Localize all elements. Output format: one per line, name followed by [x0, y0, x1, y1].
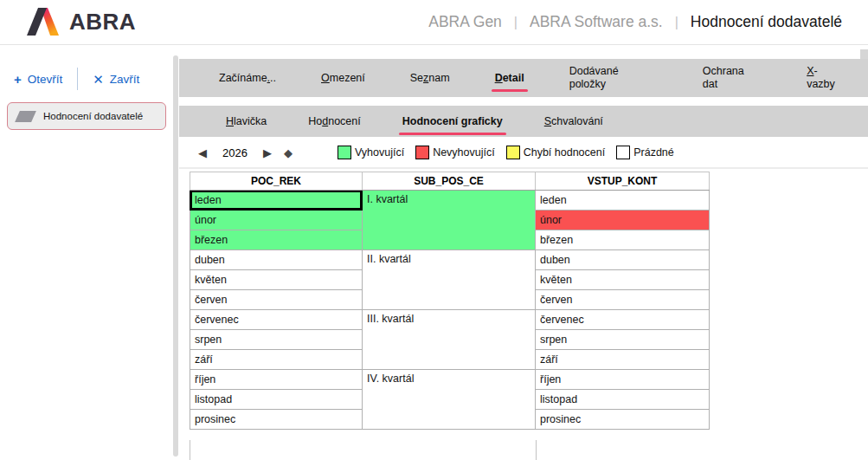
legend-label: Vyhovující [355, 146, 404, 159]
abra-logo-icon [26, 8, 62, 36]
cell-vstup-cerven[interactable]: červen [536, 290, 710, 310]
close-button-label: Zavřít [110, 73, 140, 86]
abra-logo-text: ABRA [69, 9, 136, 36]
cell-quarter-2[interactable]: II. kvartál [363, 250, 536, 310]
cell-vstup-prosinec[interactable]: prosinec [536, 410, 710, 430]
tab-label: Seznam [410, 72, 450, 85]
cell-vstup-leden[interactable]: leden [536, 191, 710, 211]
tab-label: Ochrana dat [703, 65, 762, 91]
cell-vstup-duben[interactable]: duben [536, 250, 710, 270]
title-separator: | [675, 15, 678, 30]
cell-vstup-unor[interactable]: únor [536, 211, 710, 230]
cell-vstup-srpen[interactable]: srpen [536, 330, 710, 350]
tab-ochrana-dat[interactable]: Ochrana dat [680, 65, 784, 91]
grid-left-border-extension [190, 440, 190, 460]
header-title: ABRA Gen | ABRA Software a.s. | Hodnocen… [428, 0, 842, 44]
cell-vstup-rijen[interactable]: říjen [536, 370, 710, 390]
tab-label: Hodnocení graficky [402, 115, 503, 128]
open-button[interactable]: + Otevřít [14, 73, 62, 86]
main-panel: Začínáme... Omezení Seznam Detail Dodáva… [179, 45, 868, 460]
status-legend: Vyhovující Nevyhovující Chybí hodnocení … [338, 146, 685, 159]
legend-item-chybi-hodnoceni: Chybí hodnocení [506, 146, 606, 159]
tab-hodnoceni[interactable]: Hodnocení [287, 115, 381, 128]
tab-label: Dodávané položky [569, 65, 658, 91]
cell-poc-brezen[interactable]: březen [190, 230, 363, 250]
cell-vstup-zari[interactable]: září [536, 350, 710, 370]
toolbar-divider [179, 167, 868, 169]
cell-poc-kveten[interactable]: květen [190, 270, 363, 290]
cell-poc-leden[interactable]: leden [190, 191, 363, 211]
cell-poc-zari[interactable]: září [190, 350, 363, 370]
tab-detail[interactable]: Detail [473, 72, 547, 85]
abra-logo: ABRA [26, 8, 136, 36]
title-separator: | [514, 15, 518, 30]
sidebar-item-hodnoceni-dodavatele[interactable]: Hodnocení dodavatelé [7, 102, 166, 130]
cell-vstup-cervenec[interactable]: červenec [536, 310, 710, 330]
sub-tabbar: Hlavička Hodnocení Hodnocení graficky Sc… [179, 106, 868, 137]
company-name: ABRA Software a.s. [530, 13, 663, 31]
cell-poc-unor[interactable]: únor [190, 211, 363, 230]
cell-poc-cervenec[interactable]: červenec [190, 310, 363, 330]
legend-item-vyhovujici: Vyhovující [338, 146, 404, 159]
tab-label: X-vazby [807, 65, 845, 91]
tab-label: Hlavička [226, 115, 267, 128]
cell-poc-rijen[interactable]: říjen [190, 370, 363, 390]
next-year-button[interactable]: ▶ [263, 147, 272, 159]
sidebar-splitter[interactable] [173, 55, 178, 457]
legend-label: Nevyhovující [433, 146, 495, 159]
main-tabbar: Začínáme... Omezení Seznam Detail Dodáva… [179, 59, 868, 97]
grid-row: duben II. kvartál duben [190, 250, 710, 270]
legend-swatch-missing [506, 146, 520, 159]
cell-poc-cerven[interactable]: červen [190, 290, 363, 310]
cell-quarter-1[interactable]: I. kvartál [363, 191, 536, 250]
close-button[interactable]: ✕ Zavřít [93, 73, 139, 86]
sidebar: + Otevřít ✕ Zavřít Hodnocení dodavatelé [0, 45, 173, 460]
legend-swatch-ok [338, 146, 351, 159]
tab-schvalovani[interactable]: Schvalování [524, 115, 624, 128]
tab-label: Detail [495, 72, 524, 85]
year-toolbar: ◀ 2026 ▶ ◆ Vyhovující Nevyhovující Chybí… [179, 139, 868, 166]
cell-quarter-4[interactable]: IV. kvartál [363, 370, 536, 430]
column-header-sub-pos-ce: SUB_POS_CE [363, 172, 536, 191]
cell-vstup-kveten[interactable]: květen [536, 270, 710, 290]
grid-row: říjen IV. kvartál říjen [190, 370, 710, 390]
plus-icon: + [14, 73, 22, 86]
legend-item-prazdne: Prázdné [616, 146, 674, 159]
sidebar-item-label: Hodnocení dodavatelé [43, 111, 143, 121]
tab-x-vazby[interactable]: X-vazby [784, 65, 868, 91]
cell-poc-listopad[interactable]: listopad [190, 390, 363, 410]
grid-header-row: POC_REK SUB_POS_CE VSTUP_KONT [190, 172, 710, 191]
cell-vstup-brezen[interactable]: březen [536, 230, 710, 250]
evaluation-grid: POC_REK SUB_POS_CE VSTUP_KONT leden I. k… [190, 172, 710, 430]
parallelogram-icon [15, 111, 36, 122]
cell-poc-prosinec[interactable]: prosinec [190, 410, 363, 430]
cell-quarter-3[interactable]: III. kvartál [363, 310, 536, 370]
cell-poc-duben[interactable]: duben [190, 250, 363, 270]
tab-seznam[interactable]: Seznam [388, 72, 473, 85]
grid-row: červenec III. kvartál červenec [190, 310, 710, 330]
prev-year-button[interactable]: ◀ [198, 147, 207, 159]
tab-label: Omezení [321, 72, 365, 85]
tab-zaciname[interactable]: Začínáme... [196, 72, 299, 85]
tab-hodnoceni-graficky[interactable]: Hodnocení graficky [382, 115, 524, 128]
tab-label: Začínáme... [219, 72, 276, 85]
current-year-button[interactable]: ◆ [284, 147, 293, 159]
tab-label: Schvalování [544, 115, 603, 128]
app-name: ABRA Gen [428, 13, 502, 31]
cell-poc-srpen[interactable]: srpen [190, 330, 363, 350]
column-header-vstup-kont: VSTUP_KONT [536, 172, 710, 191]
app-header: ABRA ABRA Gen | ABRA Software a.s. | Hod… [0, 0, 868, 45]
tab-dodavane-polozky[interactable]: Dodávané položky [547, 65, 680, 91]
grid-row: leden I. kvartál leden [190, 191, 710, 211]
sidebar-actions: + Otevřít ✕ Zavřít [0, 68, 173, 90]
scrollbar-fragment [860, 49, 868, 59]
tab-omezeni[interactable]: Omezení [299, 72, 388, 85]
page-title: Hodnocení dodavatelé [691, 13, 842, 31]
legend-label: Prázdné [633, 146, 674, 159]
legend-swatch-empty [616, 146, 630, 159]
legend-swatch-fail [415, 146, 429, 159]
tab-label: Hodnocení [308, 115, 360, 128]
tab-hlavicka[interactable]: Hlavička [205, 115, 287, 128]
cell-vstup-listopad[interactable]: listopad [536, 390, 710, 410]
open-button-label: Otevřít [28, 73, 63, 86]
